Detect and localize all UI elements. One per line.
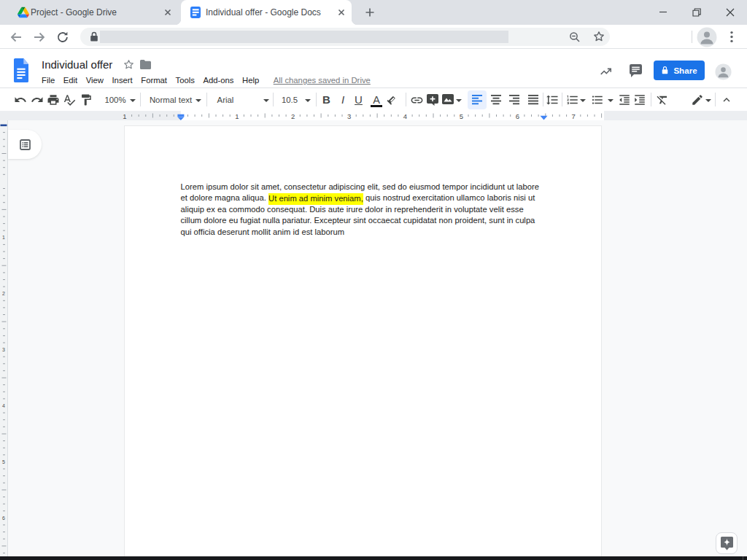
svg-text:5: 5 [460, 112, 463, 120]
svg-text:7: 7 [572, 112, 576, 120]
svg-text:6: 6 [2, 516, 5, 521]
svg-text:4: 4 [403, 112, 407, 120]
svg-text:2: 2 [291, 112, 295, 120]
svg-text:5: 5 [2, 459, 5, 464]
svg-text:1: 1 [123, 112, 126, 120]
svg-text:3: 3 [2, 347, 5, 352]
svg-text:2: 2 [2, 291, 5, 296]
svg-text:1: 1 [235, 112, 239, 120]
svg-text:6: 6 [516, 112, 519, 120]
svg-text:1: 1 [2, 235, 5, 240]
svg-text:4: 4 [2, 403, 5, 408]
svg-text:3: 3 [347, 112, 351, 120]
